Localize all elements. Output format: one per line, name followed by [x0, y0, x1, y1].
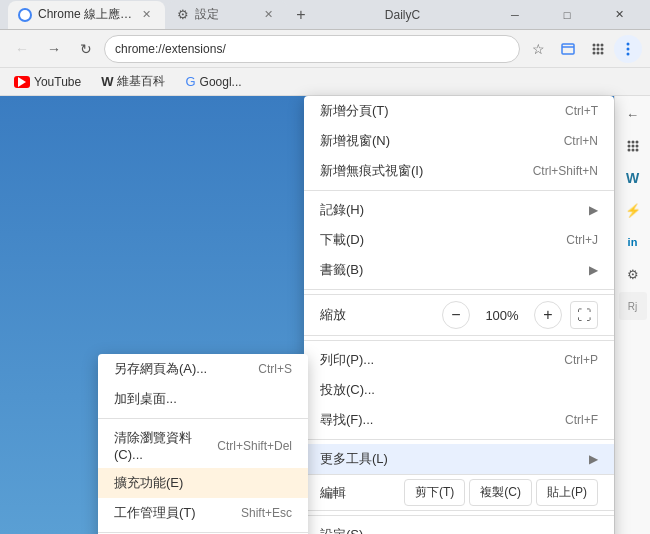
- main-area: 電腦王阿達 新增分頁(T) Ctrl+T 新增視窗(N) Ctrl+N 新增無痕…: [0, 96, 650, 534]
- forward-btn[interactable]: →: [40, 35, 68, 63]
- sidebar-apps-btn[interactable]: [619, 132, 647, 160]
- svg-point-21: [631, 149, 634, 152]
- zoom-control: 縮放 − 100% + ⛶: [304, 294, 614, 336]
- edit-row: 編輯 剪下(T) 複製(C) 貼上(P): [304, 474, 614, 511]
- svg-point-6: [597, 47, 600, 50]
- svg-point-19: [635, 145, 638, 148]
- tab-settings[interactable]: ⚙ 設定 ✕: [167, 1, 287, 29]
- tab2-label: 設定: [195, 6, 219, 23]
- svg-point-5: [593, 47, 596, 50]
- wiki-icon: W: [101, 74, 113, 89]
- zoom-minus-btn[interactable]: −: [442, 301, 470, 329]
- submenu-task-manager[interactable]: 工作管理員(T) Shift+Esc: [98, 498, 308, 528]
- translate-icon[interactable]: [554, 35, 582, 63]
- menu-history[interactable]: 記錄(H) ▶: [304, 195, 614, 225]
- svg-point-8: [593, 51, 596, 54]
- zoom-plus-btn[interactable]: +: [534, 301, 562, 329]
- sidebar-ext1-btn[interactable]: ⚡: [619, 196, 647, 224]
- star-icon[interactable]: ☆: [524, 35, 552, 63]
- toolbar-icons: ☆: [524, 35, 642, 63]
- svg-point-9: [597, 51, 600, 54]
- divider5: [304, 515, 614, 516]
- svg-point-20: [627, 149, 630, 152]
- chrome-menu-btn[interactable]: [614, 35, 642, 63]
- tab2-close[interactable]: ✕: [260, 6, 277, 23]
- menu-more-tools[interactable]: 更多工具(L) ▶: [304, 444, 614, 474]
- address-bar[interactable]: chrome://extensions/: [104, 35, 520, 63]
- minimize-btn[interactable]: ─: [492, 2, 538, 28]
- svg-point-22: [635, 149, 638, 152]
- close-btn[interactable]: ✕: [596, 2, 642, 28]
- back-btn[interactable]: ←: [8, 35, 36, 63]
- submenu-clear-browsing[interactable]: 清除瀏覽資料(C)... Ctrl+Shift+Del: [98, 423, 308, 468]
- nav-bar: ← → ↻ chrome://extensions/ ☆: [0, 30, 650, 68]
- menu-cast[interactable]: 投放(C)...: [304, 375, 614, 405]
- youtube-label: YouTube: [34, 75, 81, 89]
- right-sidebar: ← W ⚡ in ⚙ Rj: [614, 96, 650, 534]
- svg-point-3: [597, 43, 600, 46]
- tab-icon: [18, 8, 32, 22]
- fullscreen-btn[interactable]: ⛶: [570, 301, 598, 329]
- submenu-divider1: [98, 418, 308, 419]
- svg-point-7: [601, 47, 604, 50]
- tab-extensions[interactable]: Chrome 線上應用程式... ✕: [8, 1, 165, 29]
- menu-settings[interactable]: 設定(S): [304, 520, 614, 534]
- sidebar-settings-btn[interactable]: ⚙: [619, 260, 647, 288]
- svg-point-11: [627, 42, 630, 45]
- google-icon: G: [185, 74, 195, 89]
- menu-bookmarks[interactable]: 書籤(B) ▶: [304, 255, 614, 285]
- menu-find[interactable]: 尋找(F)... Ctrl+F: [304, 405, 614, 435]
- google-label: Googl...: [200, 75, 242, 89]
- svg-point-13: [627, 52, 630, 55]
- tab1-label: Chrome 線上應用程式...: [38, 6, 138, 23]
- apps-icon[interactable]: [584, 35, 612, 63]
- tab1-close[interactable]: ✕: [138, 6, 155, 23]
- svg-point-2: [593, 43, 596, 46]
- submenu-divider2: [98, 532, 308, 533]
- bookmark-youtube[interactable]: YouTube: [8, 73, 87, 91]
- svg-point-18: [631, 145, 634, 148]
- sidebar-score-btn[interactable]: Rj: [619, 292, 647, 320]
- divider2: [304, 289, 614, 290]
- gear-icon: ⚙: [177, 7, 189, 22]
- sidebar-linkedin-btn[interactable]: in: [619, 228, 647, 256]
- bookmarks-bar: YouTube W 維基百科 G Googl...: [0, 68, 650, 96]
- title-bar: Chrome 線上應用程式... ✕ ⚙ 設定 ✕ + DailyC ─ □ ✕: [0, 0, 650, 30]
- menu-new-incognito[interactable]: 新增無痕式視窗(I) Ctrl+Shift+N: [304, 156, 614, 186]
- submenu-add-to-desktop[interactable]: 加到桌面...: [98, 384, 308, 414]
- tab-strip: Chrome 線上應用程式... ✕ ⚙ 設定 ✕ +: [8, 1, 313, 29]
- window-title: DailyC: [313, 8, 492, 22]
- menu-new-window[interactable]: 新增視窗(N) Ctrl+N: [304, 126, 614, 156]
- paste-btn[interactable]: 貼上(P): [536, 479, 598, 506]
- svg-point-15: [631, 141, 634, 144]
- menu-print[interactable]: 列印(P)... Ctrl+P: [304, 345, 614, 375]
- divider3: [304, 340, 614, 341]
- bookmark-google[interactable]: G Googl...: [179, 72, 247, 91]
- more-tools-menu: 另存網頁為(A)... Ctrl+S 加到桌面... 清除瀏覽資料(C)... …: [98, 354, 308, 534]
- divider1: [304, 190, 614, 191]
- menu-new-tab[interactable]: 新增分頁(T) Ctrl+T: [304, 96, 614, 126]
- svg-point-4: [601, 43, 604, 46]
- cut-btn[interactable]: 剪下(T): [404, 479, 465, 506]
- wiki-label: 維基百科: [117, 73, 165, 90]
- svg-point-16: [635, 141, 638, 144]
- svg-point-17: [627, 145, 630, 148]
- svg-point-0: [20, 10, 30, 20]
- submenu-extensions[interactable]: 擴充功能(E): [98, 468, 308, 498]
- svg-point-14: [627, 141, 630, 144]
- sidebar-wordpress-btn[interactable]: W: [619, 164, 647, 192]
- zoom-value: 100%: [478, 308, 526, 323]
- svg-point-10: [601, 51, 604, 54]
- new-tab-btn[interactable]: +: [289, 3, 313, 27]
- svg-rect-1: [562, 44, 574, 54]
- menu-downloads[interactable]: 下載(D) Ctrl+J: [304, 225, 614, 255]
- sidebar-back-btn[interactable]: ←: [619, 100, 647, 128]
- submenu-save-page[interactable]: 另存網頁為(A)... Ctrl+S: [98, 354, 308, 384]
- maximize-btn[interactable]: □: [544, 2, 590, 28]
- divider4: [304, 439, 614, 440]
- svg-point-12: [627, 47, 630, 50]
- address-text: chrome://extensions/: [115, 42, 226, 56]
- bookmark-wiki[interactable]: W 維基百科: [95, 71, 171, 92]
- reload-btn[interactable]: ↻: [72, 35, 100, 63]
- copy-btn[interactable]: 複製(C): [469, 479, 532, 506]
